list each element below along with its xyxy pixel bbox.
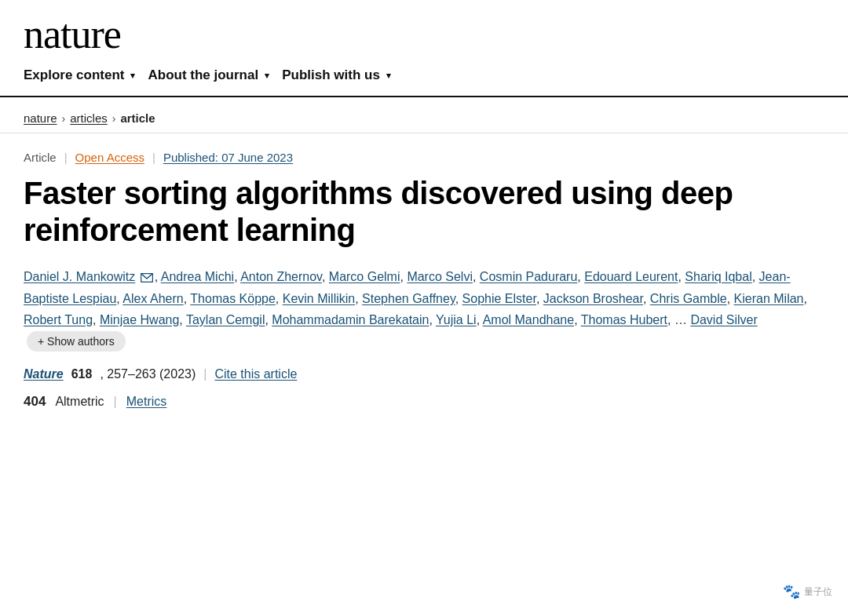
journal-volume: 618 bbox=[71, 367, 93, 381]
breadcrumb-articles[interactable]: articles bbox=[70, 111, 108, 125]
chevron-down-icon: ▾ bbox=[265, 71, 269, 81]
author-gamble[interactable]: Chris Gamble bbox=[650, 292, 727, 305]
breadcrumb: nature › articles › article bbox=[24, 111, 824, 125]
author-li[interactable]: Yujia Li bbox=[436, 313, 477, 326]
citation-separator: | bbox=[203, 367, 207, 381]
metrics-link[interactable]: Metrics bbox=[126, 395, 167, 409]
author-zhernov[interactable]: Anton Zhernov bbox=[240, 270, 322, 283]
author-gelmi[interactable]: Marco Gelmi bbox=[329, 270, 400, 283]
breadcrumb-separator: › bbox=[112, 112, 116, 125]
open-access-badge[interactable]: Open Access bbox=[75, 151, 144, 164]
nav-about-journal[interactable]: About the journal ▾ bbox=[148, 63, 282, 88]
author-milan[interactable]: Kieran Milan bbox=[734, 292, 804, 305]
nav-explore-content[interactable]: Explore content ▾ bbox=[24, 63, 148, 88]
article-meta: Article | Open Access | Published: 07 Ju… bbox=[24, 151, 824, 164]
chevron-down-icon: ▾ bbox=[386, 71, 391, 81]
author-iqbal[interactable]: Shariq Iqbal bbox=[685, 270, 751, 283]
main-nav: Explore content ▾ About the journal ▾ Pu… bbox=[24, 63, 824, 96]
chevron-down-icon: ▾ bbox=[130, 71, 135, 81]
author-silver[interactable]: David Silver bbox=[690, 313, 757, 326]
altmetric-number: 404 bbox=[24, 394, 46, 410]
author-selvi[interactable]: Marco Selvi bbox=[407, 270, 473, 283]
author-paduraru[interactable]: Cosmin Paduraru bbox=[480, 270, 578, 283]
meta-separator: | bbox=[64, 151, 68, 164]
author-hubert[interactable]: Thomas Hubert bbox=[581, 313, 667, 326]
author-mandhane[interactable]: Amol Mandhane bbox=[483, 313, 575, 326]
author-broshear[interactable]: Jackson Broshear bbox=[543, 292, 643, 305]
breadcrumb-current: article bbox=[120, 111, 155, 125]
metrics-separator: | bbox=[114, 395, 117, 409]
journal-pages: , 257–263 (2023) bbox=[100, 367, 196, 381]
authors-section: Daniel J. Mankowitz , Andrea Michi, Anto… bbox=[24, 266, 824, 352]
author-koppe[interactable]: Thomas Köppe bbox=[190, 292, 276, 305]
published-date-link[interactable]: Published: 07 June 2023 bbox=[163, 151, 293, 164]
watermark-icon: 🐾 bbox=[783, 583, 800, 600]
author-gaffney[interactable]: Stephen Gaffney bbox=[362, 292, 455, 305]
watermark: 🐾 量子位 bbox=[783, 583, 832, 600]
meta-separator: | bbox=[152, 151, 155, 164]
author-ahern[interactable]: Alex Ahern bbox=[122, 292, 183, 305]
author-barekatain[interactable]: Mohammadamin Barekatain bbox=[272, 313, 429, 326]
author-mankowitz[interactable]: Daniel J. Mankowitz bbox=[24, 270, 135, 283]
breadcrumb-section: nature › articles › article bbox=[0, 97, 848, 133]
author-elster[interactable]: Sophie Elster bbox=[462, 292, 536, 305]
author-tung[interactable]: Robert Tung bbox=[24, 313, 93, 326]
metrics-row: 404 Altmetric | Metrics bbox=[24, 394, 824, 410]
watermark-text: 量子位 bbox=[804, 585, 832, 599]
email-icon bbox=[141, 273, 153, 282]
author-millikin[interactable]: Kevin Millikin bbox=[283, 292, 355, 305]
main-content: Article | Open Access | Published: 07 Ju… bbox=[0, 133, 848, 425]
breadcrumb-separator: › bbox=[62, 112, 66, 125]
nature-logo[interactable]: nature bbox=[24, 14, 824, 55]
article-type: Article bbox=[24, 151, 57, 164]
cite-this-article-link[interactable]: Cite this article bbox=[214, 367, 297, 381]
citation-row: Nature 618 , 257–263 (2023) | Cite this … bbox=[24, 367, 824, 381]
breadcrumb-nature[interactable]: nature bbox=[24, 111, 57, 125]
article-title: Faster sorting algorithms discovered usi… bbox=[24, 175, 769, 249]
journal-name-link[interactable]: Nature bbox=[24, 367, 64, 381]
author-hwang[interactable]: Minjae Hwang bbox=[100, 313, 179, 326]
header: nature Explore content ▾ About the journ… bbox=[0, 0, 848, 97]
author-michi[interactable]: Andrea Michi bbox=[161, 270, 234, 283]
author-leurent[interactable]: Edouard Leurent bbox=[584, 270, 678, 283]
altmetric-label: Altmetric bbox=[55, 395, 104, 409]
author-cemgil[interactable]: Taylan Cemgil bbox=[186, 313, 265, 326]
nav-publish-with-us[interactable]: Publish with us ▾ bbox=[282, 63, 404, 88]
show-authors-button[interactable]: + Show authors bbox=[27, 331, 126, 352]
